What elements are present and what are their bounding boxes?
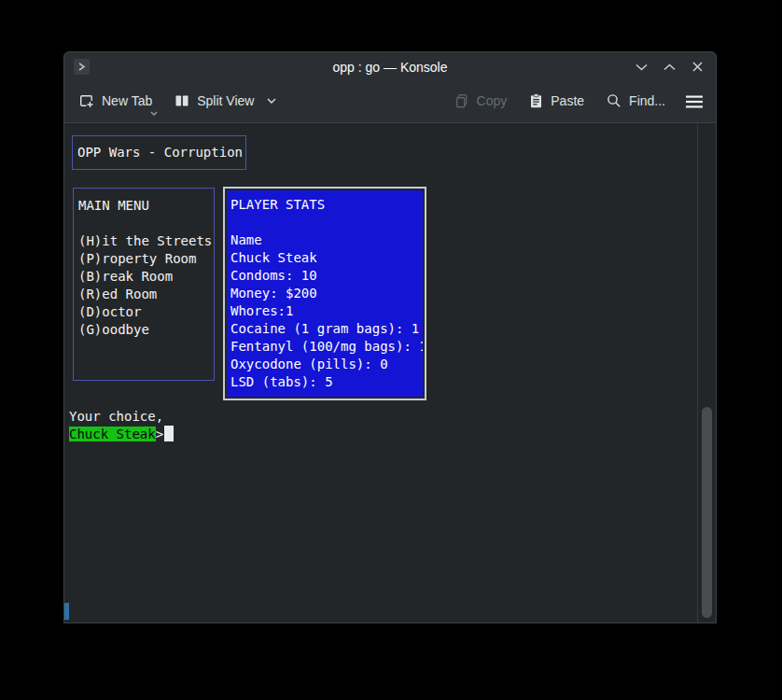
main-menu-box: MAIN MENU (H)it the Streets (P)roperty R…	[73, 188, 215, 381]
stat-line: Cocaine (1 gram bags): 1	[230, 320, 423, 338]
copy-label: Copy	[477, 93, 508, 108]
titlebar[interactable]: opp : go — Konsole	[64, 52, 716, 81]
player-stats-title: PLAYER STATS	[230, 196, 423, 214]
stat-line: Fentanyl (100/mg bags): 1	[230, 338, 423, 356]
stat-line: Condoms: 10	[230, 267, 423, 285]
stat-line: Money: $200	[230, 285, 423, 302]
stat-line: LSD (tabs): 5	[230, 373, 423, 391]
paste-icon	[529, 93, 543, 108]
window-controls	[632, 58, 706, 77]
copy-button[interactable]: Copy	[451, 88, 511, 116]
new-tab-caret-icon	[150, 111, 158, 116]
split-view-icon	[175, 93, 189, 108]
scroll-position-marker	[64, 603, 69, 620]
konsole-window: opp : go — Konsole	[63, 51, 717, 623]
prompt-area: Your choice, Chuck Steak>	[69, 408, 174, 443]
new-tab-button[interactable]: New Tab	[76, 88, 156, 116]
game-title-box: OPP Wars - Corruption	[72, 135, 246, 170]
stat-line: Whores:1	[230, 302, 423, 320]
player-stats-panel: PLAYER STATS Name Chuck Steak Condoms: 1…	[227, 190, 423, 397]
paste-label: Paste	[551, 93, 584, 108]
scrollbar-track[interactable]	[697, 123, 716, 623]
chevron-up-icon	[663, 63, 676, 71]
desktop-background: opp : go — Konsole	[0, 0, 782, 700]
minimize-button[interactable]	[632, 58, 650, 77]
new-tab-icon	[79, 93, 94, 108]
split-view-label: Split View	[197, 93, 254, 108]
prompt-suffix: >	[156, 427, 163, 441]
player-name-highlight: Chuck Steak	[69, 427, 156, 441]
find-label: Find...	[629, 93, 665, 108]
hamburger-icon	[686, 95, 703, 108]
menu-item: (H)it the Streets	[78, 232, 214, 250]
menu-item: (D)octor	[78, 303, 214, 321]
terminal-screen[interactable]: OPP Wars - Corruption MAIN MENU (H)it th…	[64, 123, 716, 623]
terminal-cursor	[164, 426, 174, 441]
menu-button[interactable]	[684, 90, 705, 114]
scrollbar-thumb[interactable]	[702, 407, 712, 618]
menu-item: (B)reak Room	[78, 268, 214, 286]
prompt-input-line: Chuck Steak>	[69, 426, 174, 443]
split-view-button[interactable]: Split View	[171, 88, 280, 116]
toolbar: New Tab Split View	[64, 81, 716, 123]
stat-line: Chuck Steak	[230, 249, 423, 267]
prompt-line: Your choice,	[69, 408, 174, 426]
konsole-app-icon[interactable]	[74, 59, 90, 75]
menu-item: (R)ed Room	[78, 286, 214, 303]
player-stats-box: PLAYER STATS Name Chuck Steak Condoms: 1…	[223, 187, 426, 400]
game-title-text: OPP Wars - Corruption	[77, 144, 243, 161]
blank-row	[230, 214, 423, 231]
maximize-button[interactable]	[660, 58, 678, 77]
stat-line: Name	[230, 231, 423, 249]
menu-item: (G)oodbye	[78, 321, 214, 339]
find-button[interactable]: Find...	[603, 88, 669, 116]
close-button[interactable]	[688, 58, 706, 77]
split-view-chevron-icon	[267, 98, 276, 104]
chevron-down-icon	[635, 63, 648, 71]
paste-button[interactable]: Paste	[525, 88, 588, 116]
main-menu-title: MAIN MENU	[78, 197, 214, 215]
search-icon	[607, 93, 621, 108]
window-title: opp : go — Konsole	[64, 60, 716, 75]
close-icon	[692, 62, 703, 72]
menu-item: (P)roperty Room	[78, 250, 214, 268]
stat-line: Oxycodone (pills): 0	[230, 356, 423, 373]
terminal-chevron-icon	[77, 63, 86, 71]
copy-icon	[454, 93, 469, 108]
new-tab-label: New Tab	[102, 93, 152, 108]
blank-row	[78, 215, 214, 232]
